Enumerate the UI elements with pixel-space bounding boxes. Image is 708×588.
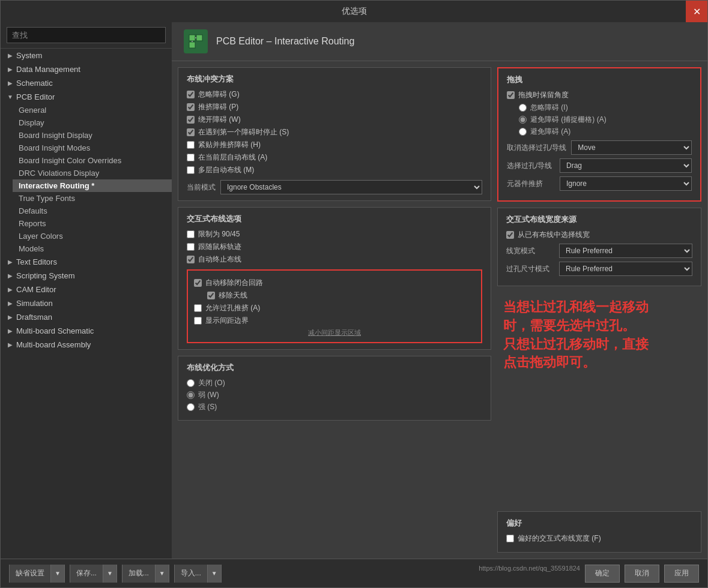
sidebar-item-multi-board-assembly[interactable]: ▶ Multi-board Assembly (1, 338, 172, 352)
checkbox-push-obstacle: 推挤障碍 (P) (187, 102, 482, 112)
current-mode-select[interactable]: Ignore Obstacles Push Obstacles Walkarou… (220, 180, 482, 194)
sidebar-item-general[interactable]: General (13, 104, 172, 116)
radio-ignore-input[interactable] (519, 104, 527, 112)
dropdown-width-mode: 线宽模式 Rule PreferredRule MinRule Max (506, 244, 692, 258)
dropdown-via-size-mode: 过孔尺寸模式 Rule PreferredRule MinRule Max (506, 262, 692, 276)
chevron-right-icon: ▶ (7, 300, 14, 307)
radio-weak-input[interactable] (187, 391, 195, 399)
cancel-button[interactable]: 取消 (625, 565, 659, 583)
watermark: https://blog.csdn.net/qq_35591824 (479, 565, 580, 583)
default-settings-arrow[interactable]: ▼ (50, 565, 64, 583)
dropdown-push-component-input[interactable]: IgnorePushNone (560, 176, 692, 191)
width-source-title: 交互式布线宽度来源 (506, 214, 692, 225)
action-buttons: https://blog.csdn.net/qq_35591824 确定 取消 … (474, 565, 699, 583)
sidebar-item-label: Multi-board Schematic (16, 326, 94, 335)
sidebar-item-layer-colors[interactable]: Layer Colors (13, 230, 172, 242)
checkbox-auto-complete-input[interactable] (187, 256, 195, 263)
checkbox-multi-layer-input[interactable] (187, 166, 195, 174)
checkbox-hug-push-input[interactable] (187, 141, 195, 149)
save-button[interactable]: 保存... (70, 565, 103, 583)
checkbox-select-from-existing-input[interactable] (506, 231, 514, 239)
main-content: ▶ System ▶ Data Management ▶ Schematic (1, 22, 707, 559)
sidebar-item-schematic[interactable]: ▶ Schematic (1, 76, 172, 90)
dialog-title: 优选项 (342, 6, 367, 17)
checkbox-restrict-input[interactable] (187, 230, 195, 238)
reduce-clearance-link[interactable]: 减小间距显示区域 (194, 328, 475, 337)
dropdown-width-mode-input[interactable]: Rule PreferredRule MinRule Max (559, 244, 692, 258)
checkbox-push-obstacle-input[interactable] (187, 103, 195, 111)
sidebar-item-draftsman[interactable]: ▶ Draftsman (1, 310, 172, 324)
sidebar-item-cam-editor[interactable]: ▶ CAM Editor (1, 283, 172, 296)
confirm-button[interactable]: 确定 (585, 565, 620, 583)
preferences-section: 偏好 偏好的交互式布线宽度 (F) (497, 511, 701, 553)
sidebar-item-simulation[interactable]: ▶ Simulation (1, 296, 172, 310)
radio-strong-input[interactable] (187, 403, 195, 411)
radio-strong: 强 (S) (187, 402, 482, 412)
checkbox-ignore-obstacle-input[interactable] (187, 91, 195, 98)
routing-optimization-options: 关闭 (O) 弱 (W) 强 (S) (187, 378, 482, 412)
sidebar-item-models[interactable]: Models (13, 242, 172, 255)
sidebar-item-label: Scripting System (16, 271, 75, 280)
checkbox-auto-remove-input[interactable] (194, 279, 202, 287)
sidebar-item-drc-violations-display[interactable]: DRC Violations Display (13, 167, 172, 179)
checkbox-follow-mouse-input[interactable] (187, 243, 195, 251)
radio-avoid-capture-input[interactable] (519, 116, 527, 124)
dropdown-cancel-select-input[interactable]: MoveDragNone (571, 140, 692, 155)
width-source-section: 交互式布线宽度来源 从已有布线中选择线宽 线宽模式 Rule Preferred… (497, 208, 701, 286)
load-group: 加载... ▼ (122, 565, 169, 583)
default-settings-button[interactable]: 缺省设置 (10, 565, 50, 583)
panel-body: 布线冲突方案 忽略障碍 (G) 推挤障碍 (P) 绕开障碍 (W) (172, 61, 707, 559)
close-button[interactable]: ✕ (686, 1, 707, 22)
pcb-editor-children: General Display Board Insight Display Bo… (1, 104, 172, 255)
checkbox-show-clearance-input[interactable] (194, 317, 202, 325)
sidebar-item-board-insight-color-overrides[interactable]: Board Insight Color Overrides (13, 154, 172, 167)
svg-rect-1 (189, 35, 195, 41)
checkbox-show-clearance: 显示间距边界 (194, 316, 475, 326)
checkbox-stop-first-input[interactable] (187, 128, 195, 136)
radio-avoid-input[interactable] (519, 128, 527, 136)
checkbox-allow-via-push-input[interactable] (194, 304, 202, 312)
dropdown-cancel-select-label: 取消选择过孔/导线 (507, 143, 566, 153)
sidebar-item-label: Simulation (16, 299, 53, 308)
sidebar-item-system[interactable]: ▶ System (1, 49, 172, 62)
checkbox-allow-via-push: 允许过孔推挤 (A) (194, 303, 475, 313)
sidebar-item-display[interactable]: Display (13, 116, 172, 129)
apply-button[interactable]: 应用 (664, 565, 699, 583)
radio-off-input[interactable] (187, 379, 195, 387)
routing-optimization-title: 布线优化方式 (187, 362, 482, 373)
sidebar-item-board-insight-display[interactable]: Board Insight Display (13, 129, 172, 142)
title-bar: 优选项 ✕ (1, 1, 707, 22)
sidebar-item-label: CAM Editor (16, 285, 56, 294)
checkbox-interactive-width-input[interactable] (506, 535, 514, 542)
checkbox-bypass-obstacle-input[interactable] (187, 116, 195, 124)
checkbox-keep-angle-input[interactable] (507, 91, 515, 99)
import-button[interactable]: 导入... (175, 565, 207, 583)
sidebar-item-multi-board-schematic[interactable]: ▶ Multi-board Schematic (1, 324, 172, 338)
save-arrow[interactable]: ▼ (103, 565, 116, 583)
sidebar-item-pcb-editor[interactable]: ▼ PCB Editor General Display Board Insig… (1, 90, 172, 255)
sidebar-item-defaults[interactable]: Defaults (13, 205, 172, 217)
chevron-right-icon: ▶ (7, 80, 14, 87)
chevron-right-icon: ▶ (7, 272, 14, 280)
sidebar-item-true-type-fonts[interactable]: True Type Fonts (13, 192, 172, 205)
dropdown-cancel-select: 取消选择过孔/导线 MoveDragNone (507, 140, 692, 155)
load-button[interactable]: 加载... (123, 565, 155, 583)
checkbox-stop-first: 在遇到第一个障碍时停止 (S) (187, 127, 482, 137)
checkbox-auto-route-input[interactable] (187, 154, 195, 161)
search-input[interactable] (7, 27, 166, 43)
dropdown-via-size-mode-input[interactable]: Rule PreferredRule MinRule Max (559, 262, 692, 276)
dropdown-width-mode-label: 线宽模式 (506, 246, 554, 256)
sidebar-item-reports[interactable]: Reports (13, 217, 172, 230)
import-arrow[interactable]: ▼ (207, 565, 221, 583)
sidebar-item-data-management[interactable]: ▶ Data Management (1, 62, 172, 76)
search-box (1, 22, 172, 49)
checkbox-auto-route: 在当前层自动布线 (A) (187, 152, 482, 163)
sidebar-item-board-insight-modes[interactable]: Board Insight Modes (13, 142, 172, 154)
dropdown-select-via-input[interactable]: MoveDragNone (560, 158, 692, 173)
sidebar-item-scripting-system[interactable]: ▶ Scripting System (1, 269, 172, 283)
checkbox-remove-antenna-input[interactable] (207, 292, 215, 299)
sidebar-item-interactive-routing[interactable]: Interactive Routing * (13, 179, 172, 192)
sidebar-item-text-editors[interactable]: ▶ Text Editors (1, 255, 172, 269)
load-arrow[interactable]: ▼ (155, 565, 169, 583)
highlighted-group: 自动移除闭合回路 移除天线 允许过孔推挤 (A) (187, 269, 482, 343)
